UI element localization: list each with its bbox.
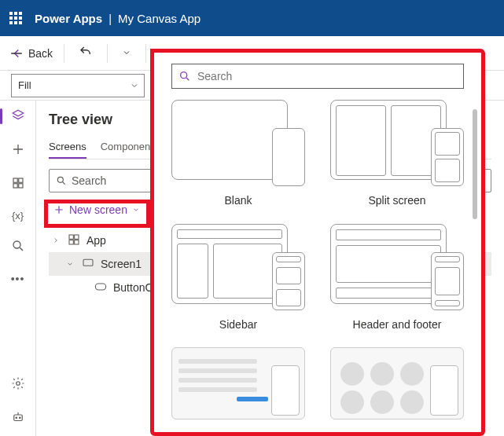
divider [64, 44, 64, 63]
search-icon [178, 70, 191, 82]
svg-point-5 [16, 382, 20, 386]
product-name: Power Apps [35, 12, 102, 25]
title-separator: | [109, 12, 112, 25]
property-label: Fill [18, 79, 31, 91]
back-button[interactable]: Back [9, 46, 53, 60]
node-label: App [86, 234, 106, 247]
undo-button[interactable] [75, 42, 96, 64]
svg-rect-3 [18, 184, 22, 188]
tab-screens[interactable]: Screens [49, 136, 86, 159]
template-blank[interactable]: Blank [171, 100, 305, 211]
flyout-search[interactable] [171, 64, 464, 89]
template-label: Sidebar [219, 318, 257, 331]
button-icon [94, 281, 107, 294]
template-thumb [330, 224, 464, 310]
svg-rect-14 [83, 259, 93, 266]
rail-more[interactable]: ••• [11, 273, 25, 285]
chevron-right-icon [52, 234, 61, 247]
template-preview-2[interactable] [330, 347, 464, 424]
template-preview-1[interactable] [171, 347, 305, 424]
divider [145, 44, 146, 63]
plus-icon [53, 204, 64, 215]
app-name: My Canvas App [118, 12, 200, 25]
new-screen-label: New screen [69, 203, 127, 216]
svg-rect-13 [75, 240, 79, 244]
svg-point-8 [19, 417, 20, 419]
svg-point-7 [16, 417, 17, 419]
svg-rect-2 [13, 184, 17, 188]
flyout-body: Blank Split screen Sidebar [154, 97, 481, 432]
svg-point-16 [181, 72, 187, 79]
chevron-down-icon [122, 48, 131, 57]
left-rail: {x} ••• [0, 101, 36, 436]
grid-icon [11, 176, 25, 190]
plus-icon [11, 142, 25, 156]
rail-search[interactable] [11, 239, 25, 255]
undo-menu-button[interactable] [119, 44, 134, 63]
svg-rect-12 [69, 240, 73, 244]
screen-icon [82, 257, 94, 272]
chevron-down-icon [66, 258, 75, 270]
template-label: Split screen [368, 194, 425, 207]
search-icon [11, 239, 25, 253]
template-sidebar[interactable]: Sidebar [171, 224, 305, 335]
app-header: Power Apps | My Canvas App [0, 0, 504, 36]
app-icon [68, 233, 80, 248]
svg-rect-0 [13, 178, 17, 182]
template-thumb [171, 347, 305, 420]
svg-rect-10 [69, 235, 73, 239]
back-arrow-icon [9, 46, 24, 60]
waffle-icon[interactable] [9, 12, 22, 24]
rail-virtual-agent[interactable] [11, 410, 25, 427]
property-selector[interactable]: Fill [11, 74, 145, 97]
template-thumb [330, 100, 464, 186]
rail-tree-view[interactable] [11, 108, 25, 125]
divider [107, 44, 108, 63]
gear-icon [11, 376, 25, 390]
tab-components[interactable]: Components [101, 136, 159, 159]
template-label: Blank [224, 194, 252, 207]
rail-data[interactable] [11, 176, 25, 192]
layers-icon [11, 108, 25, 123]
template-thumb [330, 347, 464, 420]
back-label: Back [28, 47, 53, 60]
svg-point-9 [57, 177, 63, 182]
search-icon [56, 175, 67, 186]
chevron-down-icon [130, 81, 139, 90]
new-screen-button[interactable]: New screen [49, 200, 145, 219]
rail-insert[interactable] [11, 142, 25, 159]
flyout-search-input[interactable] [197, 70, 457, 82]
svg-rect-1 [18, 178, 22, 182]
active-indicator [0, 108, 2, 124]
template-split-screen[interactable]: Split screen [330, 100, 464, 211]
flyout-scrollbar[interactable] [472, 109, 478, 424]
node-label: Screen1 [101, 258, 142, 270]
new-screen-flyout: Blank Split screen Sidebar [153, 52, 482, 433]
bot-icon [11, 410, 25, 424]
svg-rect-6 [13, 415, 22, 421]
svg-point-4 [13, 241, 20, 248]
undo-icon [79, 45, 93, 59]
scrollbar-thumb[interactable] [473, 109, 477, 219]
template-gallery: Blank Split screen Sidebar [154, 97, 472, 432]
template-header-footer[interactable]: Header and footer [330, 224, 464, 335]
template-thumb [171, 100, 305, 186]
rail-settings[interactable] [11, 376, 25, 393]
rail-variables[interactable]: {x} [12, 210, 24, 222]
template-label: Header and footer [353, 318, 442, 331]
svg-rect-15 [95, 284, 105, 290]
svg-rect-11 [75, 235, 79, 239]
tree-search-placeholder: Search [72, 174, 106, 187]
app-title: Power Apps | My Canvas App [35, 12, 200, 25]
template-thumb [171, 224, 305, 310]
chevron-down-icon [132, 206, 140, 214]
